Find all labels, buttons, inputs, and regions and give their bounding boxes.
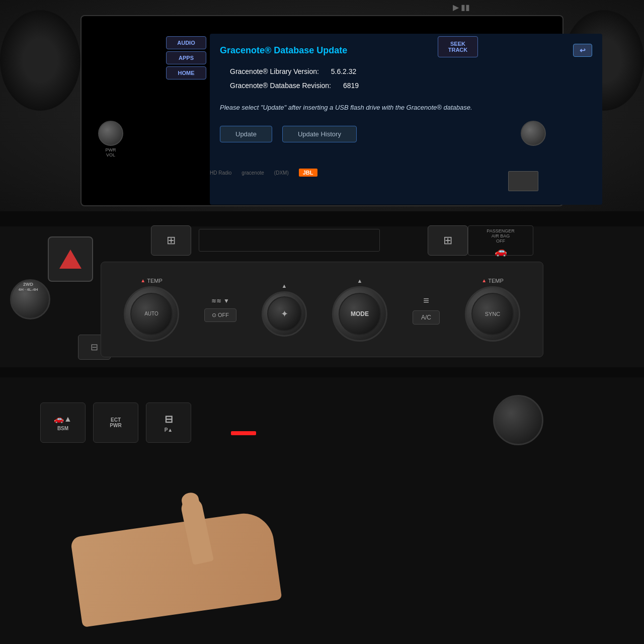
parking-icon: ⊟ [165,413,173,425]
seek-track-button[interactable]: SEEKTRACK [438,36,478,57]
temp-auto-knob[interactable]: AUTO [124,286,179,342]
hd-radio-logo: HD Radio [210,170,231,176]
bsm-button[interactable]: 🚗▲ BSM [40,403,86,443]
back-button[interactable]: ↩ [573,44,592,57]
fan-icon: ✦ [281,308,288,319]
fan-speed-control: ▲ ✦ [262,283,307,337]
fan-speed-knob[interactable]: ✦ [262,291,307,337]
left-vent [0,10,80,111]
database-value: 6819 [343,82,359,90]
seat-heater-right-button[interactable]: ⊞ [428,225,468,256]
screen-title-bar: Gracenote® Database Update ↩ [220,44,592,57]
seat-heat-icon-right: ⊞ [443,234,452,247]
dxm-logo: (DXM) [274,170,289,176]
bsm-label: BSM [57,426,68,431]
temp-auto-control: ▲ TEMP AUTO [124,278,179,342]
screen-title-text: Gracenote® Database Update [220,45,347,56]
rear-defroster-icon: ≡ [423,295,429,306]
ac-button[interactable]: A/C [413,310,440,325]
airbag-indicator: PASSENGERAIR BAGOFF 🚗 [468,225,533,256]
temp-sync-label: ▲ TEMP [481,278,503,284]
seat-heat-icon-left: ⊞ [167,234,176,247]
jbl-logo: JBL [299,169,317,177]
mode-arrow-up: ▲ [357,278,363,284]
library-label: Gracenote® Library Version: [230,67,319,75]
media-controls: ▶ ▮▮ [453,3,470,12]
temp-sync-control: ▲ TEMP SYNC [465,278,520,342]
ac-control: ≡ A/C [413,295,440,325]
library-value: 5.6.2.32 [331,67,357,75]
apps-button[interactable]: APPS [166,51,206,64]
gracenote-logo: gracenote [242,170,264,176]
airbag-icon: 🚗 [471,245,530,257]
ect-pwr-label: ECT PWR [110,417,121,428]
temp-sync-knob[interactable]: SYNC [465,286,520,342]
mode-control: ▲ MODE [332,278,387,342]
pwr-vol-knob[interactable] [98,121,123,146]
update-history-button[interactable]: Update History [282,126,357,142]
parking-button[interactable]: ⊟ P▲ [146,403,191,443]
temp-auto-label: ▲ TEMP [140,278,162,284]
right-nav-buttons: SEEKTRACK [438,36,478,57]
database-label: Gracenote® Database Revision: [230,82,331,90]
car-dashboard: ▶ ▮▮ AUDIO APPS HOME Gracenote® Database… [0,0,644,644]
seat-heater-left-button[interactable]: ⊞ [151,225,191,256]
hazard-button[interactable]: ! [48,236,93,282]
tune-scroll-knob[interactable] [521,121,546,146]
fan-wave-icon: ≋≋ [211,297,221,304]
pwr-vol-label: PWR VOL [96,147,126,157]
infotainment-display: AUDIO APPS HOME Gracenote® Database Upda… [80,15,564,206]
fan-controls: ≋≋ ▼ ⊙ OFF [204,297,236,322]
update-button[interactable]: Update [220,126,272,142]
dark-separator-mid [0,211,644,226]
four-wd-label: 2WD4H · 4L-4H [8,282,48,292]
left-nav-buttons: AUDIO APPS HOME [166,36,206,79]
logos-bar: HD Radio gracenote (DXM) JBL [210,165,602,180]
bsm-icon: 🚗▲ [54,414,72,424]
mode-knob[interactable]: MODE [332,286,387,342]
usb-port[interactable] [508,171,538,191]
cd-slot[interactable] [199,229,380,252]
temp-sync-center-text: SYNC [485,311,501,317]
parking-label: P▲ [165,427,173,433]
fan-off-button[interactable]: ⊙ OFF [204,308,236,322]
climate-control-panel: ▲ TEMP AUTO ≋≋ ▼ ⊙ OFF ▲ ✦ ▲ M [101,262,543,357]
fan-icon-area: ≋≋ ▼ [211,297,229,304]
temp-auto-center-text: AUTO [144,311,158,316]
home-button[interactable]: HOME [166,66,206,79]
screen-message: Please select "Update" after inserting a… [220,103,592,113]
ect-pwr-button[interactable]: ECT PWR [93,403,138,443]
red-indicator-light [231,431,256,435]
mode-center-text: MODE [351,310,369,317]
audio-button[interactable]: AUDIO [166,36,206,49]
bottom-right-dial[interactable] [493,395,543,445]
rear-seat-icon: ⊟ [91,342,98,353]
fan-speed-label: ▲ [282,283,287,289]
fan-arrow-icon: ▼ [223,297,229,304]
bottom-button-row: 🚗▲ BSM ECT PWR ⊟ P▲ ⚡ Ƣ [40,392,403,453]
screen-info-block: Gracenote® Library Version: 5.6.2.32 Gra… [220,64,592,93]
airbag-label: PASSENGERAIR BAGOFF [471,228,530,244]
